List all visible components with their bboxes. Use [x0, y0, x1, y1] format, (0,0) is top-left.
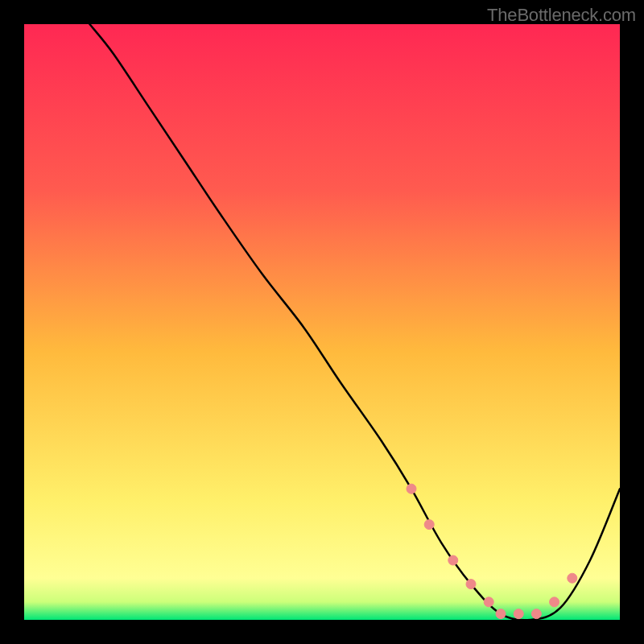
valley-marker	[484, 597, 493, 607]
valley-marker	[466, 580, 476, 589]
valley-marker	[550, 597, 559, 607]
gradient-background	[24, 24, 620, 620]
valley-marker	[407, 484, 416, 493]
plot-area	[24, 24, 620, 620]
valley-marker	[568, 573, 577, 583]
valley-marker	[424, 520, 434, 530]
chart-container: TheBottleneck.com	[0, 0, 644, 644]
valley-marker	[531, 609, 541, 619]
bottleneck-heatmap	[0, 0, 644, 644]
valley-marker	[448, 555, 458, 565]
attribution-link[interactable]: TheBottleneck.com	[487, 5, 636, 26]
valley-marker	[496, 609, 506, 619]
valley-marker	[514, 609, 523, 619]
